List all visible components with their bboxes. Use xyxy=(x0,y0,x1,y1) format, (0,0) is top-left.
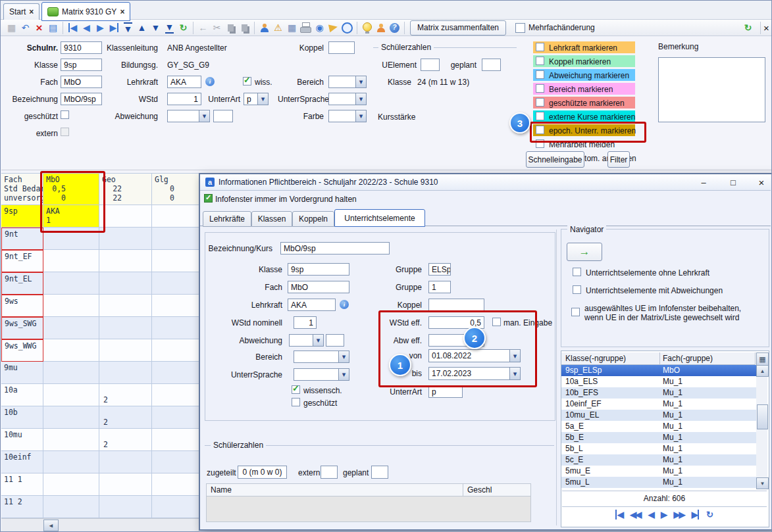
table-row[interactable]: 10a_ELSMu_1 xyxy=(561,376,756,387)
scroll-down-button[interactable]: ▼ xyxy=(756,477,769,489)
gruppe1-field[interactable]: ELSp xyxy=(428,263,451,276)
user-icon[interactable] xyxy=(374,21,388,34)
back-icon[interactable]: ← xyxy=(196,21,210,34)
page-next-icon[interactable]: ▶ xyxy=(661,510,666,520)
matrix-row-header[interactable]: 9nt xyxy=(1,228,43,250)
cut-icon[interactable]: ✂ xyxy=(210,21,224,34)
matrix-row[interactable] xyxy=(43,496,199,518)
table-row[interactable]: 5mu_LMu_1 xyxy=(561,477,756,488)
matrix-row[interactable] xyxy=(43,295,199,317)
last-record-icon[interactable]: ▶ xyxy=(110,23,119,32)
bezeichnung-field[interactable]: MbO/9sp xyxy=(61,93,102,105)
delete-icon[interactable]: × xyxy=(32,21,46,34)
table-row-selected[interactable]: 9sp_ELSpMbO xyxy=(561,365,756,376)
collapse-matrix-button[interactable]: Matrix zusammenfalten xyxy=(410,20,506,36)
wstd-nominell-field[interactable]: 1 xyxy=(294,316,317,329)
koppel-field[interactable] xyxy=(328,41,355,54)
matrix-row-header[interactable]: 9ws_SWG xyxy=(1,317,43,339)
first-record-icon[interactable]: ◀ xyxy=(68,23,78,32)
matrix-hscrollbar[interactable] xyxy=(1,518,199,531)
sort-to-top-icon[interactable]: ▼ xyxy=(124,22,133,34)
matrix-row[interactable] xyxy=(43,473,199,496)
horn-icon[interactable] xyxy=(326,21,340,34)
page-fast-next-icon[interactable]: ▶▶ xyxy=(673,510,684,520)
close-icon[interactable]: × xyxy=(753,176,770,189)
move-down-icon[interactable]: ▼ xyxy=(149,21,163,34)
table-row[interactable]: 10b_EFSMu_1 xyxy=(561,387,756,399)
info-icon[interactable]: i xyxy=(205,77,215,86)
previous-record-icon[interactable]: ◀ xyxy=(80,21,93,34)
matrix-row[interactable] xyxy=(43,429,199,451)
matrix-row-header[interactable]: 9ws_WWG xyxy=(1,339,43,362)
page-prev-icon[interactable]: ◀ xyxy=(648,510,654,520)
matrix-row-header[interactable]: 9nt_EF xyxy=(1,250,43,272)
page-last-icon[interactable]: ▶ xyxy=(692,510,699,520)
wiss-checkbox[interactable] xyxy=(243,77,251,85)
table-row[interactable]: 10einf_EFMu_1 xyxy=(561,399,756,410)
matrix-row-header[interactable]: 10b xyxy=(1,406,43,429)
scrollbar-thumb[interactable] xyxy=(757,404,768,429)
wstd-field[interactable]: 1 xyxy=(167,93,201,105)
dialog-tab-klassen[interactable]: Klassen xyxy=(251,211,292,227)
maximize-icon[interactable]: □ xyxy=(725,176,742,189)
matrix-row-header[interactable]: 9nt_EL xyxy=(1,272,43,295)
col-header-klasse[interactable]: Klasse(-ngruppe) xyxy=(561,352,660,365)
sync-icon[interactable]: ↻ xyxy=(741,21,755,34)
matrix-row[interactable] xyxy=(43,406,199,429)
lightbulb-icon[interactable] xyxy=(360,21,374,34)
bemerkung-textarea[interactable] xyxy=(658,57,765,122)
matrix-row-header[interactable]: 11 1 xyxy=(1,473,43,496)
wissensch-checkbox[interactable] xyxy=(292,385,300,394)
preview-eye-icon[interactable]: ◉ xyxy=(313,21,326,34)
tab-start[interactable]: Start × xyxy=(3,3,39,20)
help-icon[interactable]: ? xyxy=(388,21,401,34)
minimize-icon[interactable]: – xyxy=(695,176,712,189)
dlg-fach-field[interactable]: MbO xyxy=(288,281,349,293)
students-name-column-header[interactable]: Name xyxy=(206,483,463,496)
dlg-geschuetzt-checkbox[interactable] xyxy=(292,398,300,406)
matrix-row-header[interactable]: 9sp xyxy=(1,205,43,228)
schnelleingabe-button[interactable]: Schnelleingabe xyxy=(526,151,584,168)
table-row[interactable]: 5b_LMu_1 xyxy=(561,443,756,454)
page-refresh-icon[interactable]: ↻ xyxy=(706,510,713,520)
marker-bereich-checkbox[interactable] xyxy=(536,84,544,93)
page-first-icon[interactable]: ◀ xyxy=(615,510,623,520)
col-header-fach[interactable]: Fach(-gruppe) xyxy=(660,352,756,365)
marker-koppel-checkbox[interactable] xyxy=(536,57,544,65)
klasse-field[interactable]: 9sp xyxy=(61,59,102,71)
tab-matrix[interactable]: Matrix 9310 GY × xyxy=(41,2,130,21)
marker-geschuetzte-checkbox[interactable] xyxy=(536,98,544,107)
always-on-top-checkbox[interactable] xyxy=(204,194,213,203)
dlg-klasse-field[interactable]: 9sp xyxy=(288,263,349,276)
dlg-abweichung-dropdown[interactable] xyxy=(289,334,324,347)
geschuetzt-checkbox[interactable] xyxy=(61,110,69,119)
matrix-row-header[interactable]: 11 2 xyxy=(1,496,43,518)
students-geschl-column-header[interactable]: Geschl xyxy=(463,483,531,496)
undo-icon[interactable]: ↶ xyxy=(18,21,32,34)
uelement-field[interactable] xyxy=(421,59,440,71)
matrix-row-header[interactable]: 10a xyxy=(1,384,43,406)
dlg-unterrsprache-dropdown[interactable] xyxy=(294,368,349,381)
dlg-koppel-field[interactable] xyxy=(428,299,484,311)
lehrkraft-field[interactable]: AKA xyxy=(167,76,201,88)
tab-close-icon[interactable]: × xyxy=(29,7,34,16)
matrix-row[interactable] xyxy=(43,272,199,295)
dlg-extern-field[interactable] xyxy=(321,466,338,479)
paste-icon[interactable] xyxy=(238,21,251,34)
matrix-row[interactable] xyxy=(43,317,199,339)
matrix-col-header-glg[interactable]: Glg00 xyxy=(152,173,199,205)
form-view-icon[interactable]: ▤ xyxy=(46,21,60,34)
dlg-bereich-dropdown[interactable] xyxy=(294,351,349,363)
ue-beibehalten-checkbox[interactable] xyxy=(571,308,580,316)
matrix-row-header[interactable]: 10einf xyxy=(1,451,43,473)
matrix-row[interactable] xyxy=(43,451,199,473)
info-icon[interactable]: i xyxy=(340,300,349,309)
table-row[interactable]: 5mu_EMu_1 xyxy=(561,466,756,477)
matrix-row[interactable] xyxy=(43,362,199,384)
warning-document-icon[interactable]: ⚠ xyxy=(271,21,285,34)
ohne-lehrkraft-checkbox[interactable] xyxy=(573,268,581,276)
marker-externe-checkbox[interactable] xyxy=(536,112,544,120)
farbe-dropdown[interactable] xyxy=(328,110,367,122)
matrix-row-header[interactable]: 9ws xyxy=(1,295,43,317)
dialog-titlebar[interactable]: a Informationen Pflichtbereich - Schulja… xyxy=(200,174,771,191)
